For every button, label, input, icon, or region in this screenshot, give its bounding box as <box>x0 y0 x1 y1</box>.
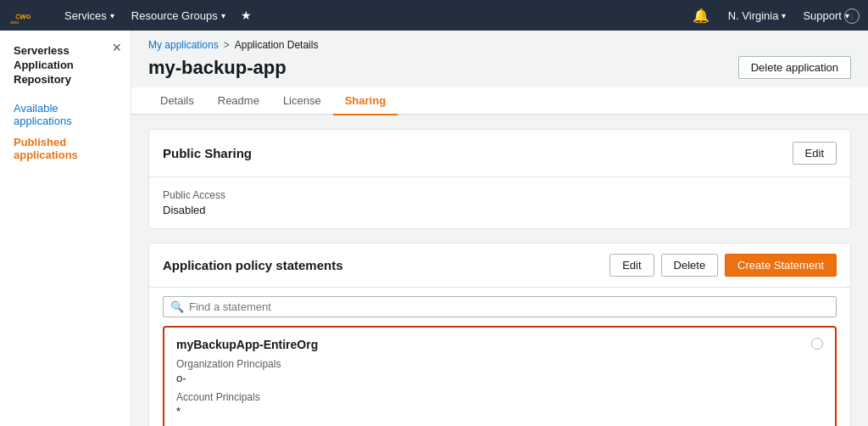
policy-statements-actions: Edit Delete Create Statement <box>609 254 837 277</box>
policy-delete-button[interactable]: Delete <box>661 254 719 277</box>
page-header: my-backup-app Delete application <box>131 56 868 87</box>
policy-statements-card: Application policy statements Edit Delet… <box>148 243 851 426</box>
org-principals-label: Organization Principals <box>176 358 823 370</box>
tab-readme[interactable]: Readme <box>206 87 271 115</box>
account-principals-field: Account Principals * <box>176 391 823 418</box>
account-principals-value: * <box>176 405 823 418</box>
policy-statements-title: Application policy statements <box>163 258 343 272</box>
top-nav-right: 🔔 N. Virginia ▾ Support ▾ <box>682 0 858 31</box>
public-access-value: Disabled <box>163 204 837 216</box>
notification-bell-icon[interactable]: 🔔 <box>682 8 720 24</box>
policy-statements-header: Application policy statements Edit Delet… <box>149 244 850 288</box>
public-sharing-card: Public Sharing Edit Public Access Disabl… <box>148 129 851 229</box>
public-sharing-edit-button[interactable]: Edit <box>793 142 837 165</box>
tab-license[interactable]: License <box>271 87 333 115</box>
public-access-label: Public Access <box>163 189 837 201</box>
breadcrumb-current: Application Details <box>235 39 319 51</box>
tab-sharing[interactable]: Sharing <box>333 87 398 115</box>
statement-radio[interactable] <box>811 338 823 350</box>
sidebar: ✕ Serverless Application Repository Avai… <box>0 31 131 426</box>
pin-icon[interactable]: ★ <box>234 0 259 31</box>
org-principals-value: o- <box>176 372 823 384</box>
services-chevron-icon: ▾ <box>110 11 114 20</box>
sidebar-item-published[interactable]: Published applications <box>0 132 131 165</box>
svg-text:aws: aws <box>10 20 19 25</box>
search-icon: 🔍 <box>170 300 184 313</box>
resource-groups-chevron-icon: ▾ <box>221 11 225 20</box>
sidebar-item-available[interactable]: Available applications <box>0 98 131 132</box>
statement-search-box: 🔍 <box>163 296 837 317</box>
create-statement-button[interactable]: Create Statement <box>725 254 837 277</box>
page-title: my-backup-app <box>148 57 287 79</box>
delete-application-button[interactable]: Delete application <box>738 56 851 79</box>
region-chevron-icon: ▾ <box>782 11 786 20</box>
tab-details[interactable]: Details <box>148 87 206 115</box>
resource-groups-menu[interactable]: Resource Groups ▾ <box>123 0 234 31</box>
policy-edit-button[interactable]: Edit <box>609 254 654 277</box>
public-sharing-header: Public Sharing Edit <box>149 130 850 177</box>
tabs: Details Readme License Sharing <box>131 87 868 115</box>
org-principals-field: Organization Principals o- <box>176 358 823 384</box>
account-principals-label: Account Principals <box>176 391 823 403</box>
statement-name: myBackupApp-EntireOrg <box>176 338 823 351</box>
statement-row[interactable]: myBackupApp-EntireOrg Organization Princ… <box>163 326 837 426</box>
breadcrumb: My applications > Application Details <box>131 31 868 56</box>
public-sharing-title: Public Sharing <box>163 146 252 160</box>
region-selector[interactable]: N. Virginia ▾ <box>720 0 795 31</box>
sidebar-close-button[interactable]: ✕ <box>112 41 122 54</box>
breadcrumb-my-applications[interactable]: My applications <box>148 39 219 51</box>
public-sharing-body: Public Access Disabled <box>149 177 850 228</box>
aws-logo[interactable]: aws <box>10 6 42 25</box>
statement-search-input[interactable] <box>189 300 829 313</box>
top-nav: aws Services ▾ Resource Groups ▾ ★ 🔔 N. … <box>0 0 868 31</box>
sidebar-title: Serverless Application Repository <box>0 44 131 98</box>
breadcrumb-separator: > <box>224 39 230 51</box>
main-content: My applications > Application Details my… <box>131 31 868 426</box>
services-menu[interactable]: Services ▾ <box>56 0 123 31</box>
layout: ✕ Serverless Application Repository Avai… <box>0 31 868 426</box>
